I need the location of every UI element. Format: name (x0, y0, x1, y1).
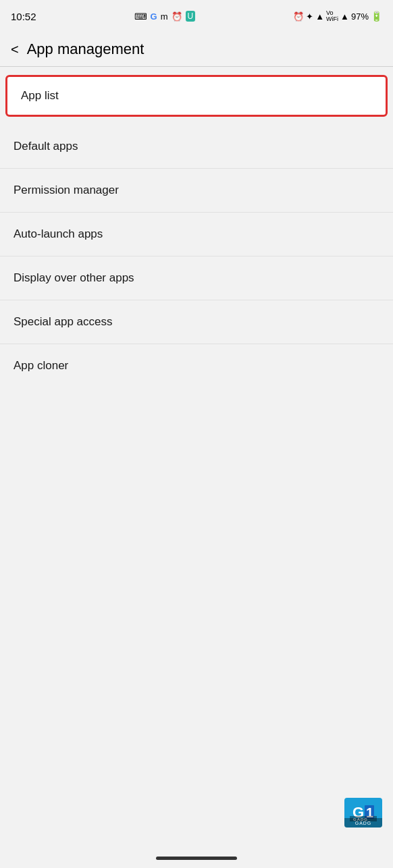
keyboard-icon: ⌨ (134, 11, 147, 22)
watermark-text: GADG (355, 821, 372, 825)
menu-item-label-app-cloner: App cloner (14, 359, 68, 372)
menu-list: App list Default apps Permission manager… (0, 75, 393, 387)
google-icon: G (151, 11, 157, 22)
menu-item-app-cloner[interactable]: App cloner (0, 344, 393, 387)
menu-item-display-over-other-apps[interactable]: Display over other apps (0, 256, 393, 300)
status-right-icons: ⏰ ✦ ▲ VoWiFi ▲ 97% 🔋 (293, 10, 382, 22)
battery-percent: 97% (351, 11, 369, 22)
back-button[interactable]: < (11, 42, 19, 57)
menu-item-label-permission-manager: Permission manager (14, 184, 119, 196)
alarm-icon: ⏰ (172, 11, 182, 22)
bottom-nav-bar (156, 857, 237, 860)
menu-item-permission-manager[interactable]: Permission manager (0, 169, 393, 212)
menu-item-app-list[interactable]: App list (5, 75, 388, 117)
menu-item-label-auto-launch-apps: Auto-launch apps (14, 227, 103, 240)
battery-icon: 🔋 (371, 11, 382, 22)
page-title: App management (27, 40, 145, 58)
menu-item-label-default-apps: Default apps (14, 140, 78, 153)
menu-item-default-apps[interactable]: Default apps (0, 125, 393, 168)
status-time: 10:52 (11, 11, 36, 22)
header: < App management (0, 32, 393, 66)
bluetooth-icon: ✦ (306, 11, 313, 22)
signal-icon: ▲ (340, 11, 349, 22)
mail-icon: m (161, 11, 168, 22)
clock-app-icon: U (186, 11, 196, 22)
header-divider (0, 66, 393, 67)
status-bar: 10:52 ⌨ G m ⏰ U ⏰ ✦ ▲ VoWiFi ▲ 97% 🔋 (0, 0, 393, 32)
wifi-icon: ▲ (315, 11, 324, 22)
menu-item-special-app-access[interactable]: Special app access (0, 300, 393, 344)
menu-item-label-app-list: App list (21, 89, 59, 102)
menu-item-auto-launch-apps[interactable]: Auto-launch apps (0, 213, 393, 256)
menu-item-label-display-over-other-apps: Display over other apps (14, 271, 134, 284)
menu-item-label-special-app-access: Special app access (14, 315, 112, 328)
alarm-clock-icon: ⏰ (293, 11, 304, 22)
watermark: G 1 GADG GADG (344, 798, 382, 828)
status-center-icons: ⌨ G m ⏰ U (134, 11, 196, 22)
vo-wifi-label: VoWiFi (326, 10, 338, 22)
